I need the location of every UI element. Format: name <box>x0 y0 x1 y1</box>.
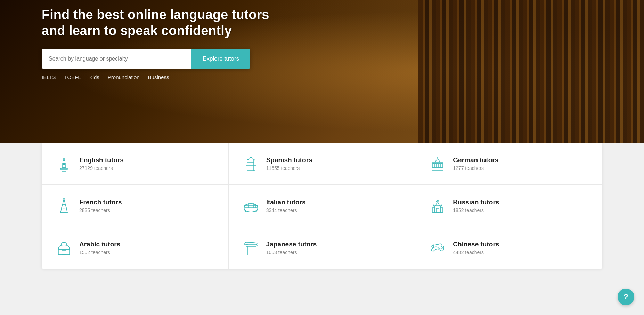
svg-rect-45 <box>62 251 66 255</box>
tutor-card-arabic[interactable]: Arabic tutors 1502 teachers <box>42 227 229 269</box>
mosque-icon <box>56 239 72 256</box>
tutor-name-russian: Russian tutors <box>453 198 499 206</box>
svg-rect-21 <box>441 164 442 168</box>
tutor-card-russian[interactable]: Russian tutors 1852 teachers <box>415 185 602 227</box>
torii-icon <box>243 239 259 256</box>
tutor-count-german: 1277 teachers <box>453 165 498 171</box>
tutor-count-arabic: 1502 teachers <box>79 250 120 255</box>
svg-rect-16 <box>432 168 443 171</box>
hero-title: Find the best online language tutors and… <box>42 7 269 39</box>
tutor-info-english: English tutors 27129 teachers <box>79 156 124 171</box>
svg-rect-20 <box>439 164 440 168</box>
eiffel-icon <box>56 197 72 214</box>
svg-rect-17 <box>433 164 434 168</box>
tutor-card-italian[interactable]: Italian tutors 3344 teachers <box>229 185 416 227</box>
tutor-card-english[interactable]: English tutors 27129 teachers <box>42 143 229 185</box>
tutors-grid-section: English tutors 27129 teachers <box>0 143 644 283</box>
tutor-info-french: French tutors 2835 teachers <box>79 198 122 213</box>
search-input[interactable] <box>42 49 191 69</box>
tutor-name-chinese: Chinese tutors <box>453 241 499 248</box>
tutor-name-italian: Italian tutors <box>266 198 306 206</box>
tutor-count-russian: 1852 teachers <box>453 207 499 213</box>
svg-rect-4 <box>63 159 65 161</box>
tutor-name-japanese: Japanese tutors <box>266 241 317 248</box>
tutor-count-italian: 3344 teachers <box>266 207 306 213</box>
svg-rect-18 <box>435 164 436 168</box>
quick-link-business[interactable]: Business <box>148 74 169 80</box>
tutor-card-spanish[interactable]: Spanish tutors 11655 teachers <box>229 143 416 185</box>
tutor-count-english: 27129 teachers <box>79 165 124 171</box>
sagrada-icon <box>243 155 259 172</box>
tutor-info-german: German tutors 1277 teachers <box>453 156 498 171</box>
tutor-count-spanish: 11655 teachers <box>266 165 312 171</box>
svg-rect-42 <box>58 249 70 255</box>
search-row: Explore tutors <box>42 49 250 69</box>
tutor-card-french[interactable]: French tutors 2835 teachers <box>42 185 229 227</box>
tutor-count-chinese: 4482 teachers <box>453 250 499 255</box>
quick-link-pronunciation[interactable]: Pronunciation <box>108 74 140 80</box>
tutor-name-spanish: Spanish tutors <box>266 156 312 164</box>
tutor-count-french: 2835 teachers <box>79 207 122 213</box>
big-ben-icon <box>56 155 72 172</box>
svg-rect-41 <box>436 208 439 213</box>
quick-link-toefl[interactable]: TOEFL <box>64 74 81 80</box>
tutor-info-italian: Italian tutors 3344 teachers <box>266 198 306 213</box>
svg-rect-22 <box>432 162 443 164</box>
tutor-name-english: English tutors <box>79 156 124 164</box>
svg-rect-38 <box>433 208 435 213</box>
brandenburger-icon <box>429 155 446 172</box>
tutor-card-german[interactable]: German tutors 1277 teachers <box>415 143 602 185</box>
tutor-card-japanese[interactable]: Japanese tutors 1053 teachers <box>229 227 416 269</box>
tutor-info-arabic: Arabic tutors 1502 teachers <box>79 241 120 255</box>
colosseum-icon <box>243 197 259 214</box>
quick-links: IELTS TOEFL Kids Pronunciation Business <box>42 74 269 80</box>
tutor-card-chinese[interactable]: Chinese tutors 4482 teachers <box>415 227 602 269</box>
svg-rect-9 <box>60 168 67 169</box>
hero-content: Find the best online language tutors and… <box>42 7 269 80</box>
tutor-info-chinese: Chinese tutors 4482 teachers <box>453 241 499 255</box>
kremlin-icon <box>429 197 446 214</box>
quick-link-ielts[interactable]: IELTS <box>42 74 56 80</box>
tutor-name-arabic: Arabic tutors <box>79 241 120 248</box>
explore-tutors-button[interactable]: Explore tutors <box>191 49 250 69</box>
svg-rect-39 <box>440 208 442 213</box>
svg-rect-1 <box>63 165 65 168</box>
tutor-name-french: French tutors <box>79 198 122 206</box>
tutor-info-russian: Russian tutors 1852 teachers <box>453 198 499 213</box>
tutors-grid: English tutors 27129 teachers <box>42 143 602 269</box>
hero-section: Find the best online language tutors and… <box>0 0 644 143</box>
quick-link-kids[interactable]: Kids <box>89 74 99 80</box>
dragon-icon <box>429 239 446 256</box>
svg-rect-19 <box>437 164 438 168</box>
svg-rect-37 <box>435 206 440 213</box>
tutor-info-spanish: Spanish tutors 11655 teachers <box>266 156 312 171</box>
tutor-count-japanese: 1053 teachers <box>266 250 317 255</box>
tutor-info-japanese: Japanese tutors 1053 teachers <box>266 241 317 255</box>
tutor-name-german: German tutors <box>453 156 498 164</box>
